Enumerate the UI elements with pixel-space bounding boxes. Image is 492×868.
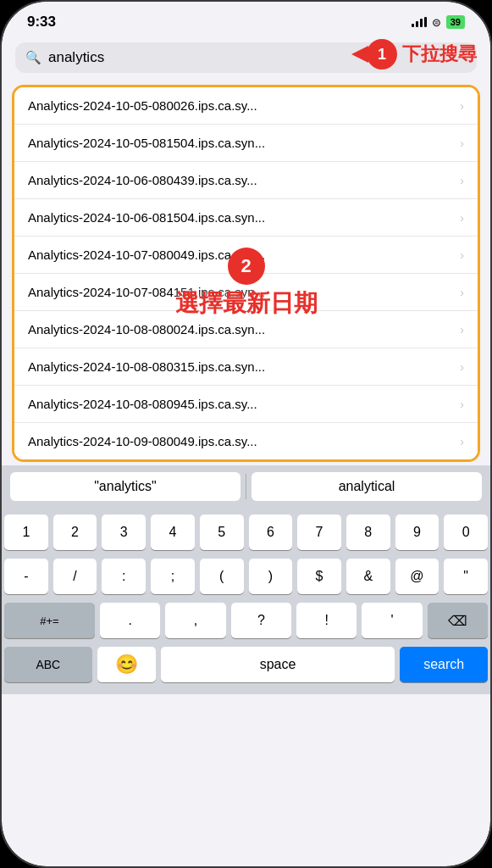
arrow-left-icon (351, 46, 368, 63)
search-icon: 🔍 (25, 50, 41, 65)
key-close-paren[interactable]: ) (249, 559, 293, 594)
list-item[interactable]: Analytics-2024-10-07-084151.ips.ca.syn..… (14, 274, 478, 311)
result-text: Analytics-2024-10-08-080945.ips.ca.sy... (28, 397, 453, 411)
key-ampersand[interactable]: & (346, 559, 390, 594)
key-3[interactable]: 3 (102, 515, 146, 550)
result-text: Analytics-2024-10-07-080049.ips.ca.syn..… (28, 248, 453, 262)
results-list: 2 選擇最新日期 Analytics-2024-10-05-080026.ips… (12, 85, 480, 462)
result-text: Analytics-2024-10-05-080026.ips.ca.sy... (28, 98, 453, 113)
result-text: Analytics-2024-10-09-080049.ips.ca.sy... (28, 434, 453, 448)
chevron-right-icon: › (460, 360, 464, 374)
key-5[interactable]: 5 (200, 515, 244, 550)
chevron-right-icon: › (460, 248, 464, 262)
list-item[interactable]: Analytics-2024-10-05-081504.ips.ca.syn..… (14, 125, 478, 162)
key-1[interactable]: 1 (4, 515, 48, 550)
key-comma[interactable]: , (165, 603, 225, 638)
keyboard-symbols-row-2: #+= . , ? ! ' ⌫ (4, 603, 488, 638)
status-icons: ⊜ 39 (412, 15, 465, 29)
key-0[interactable]: 0 (444, 515, 488, 550)
key-semicolon[interactable]: ; (151, 559, 195, 594)
result-text: Analytics-2024-10-08-080024.ips.ca.syn..… (28, 322, 453, 337)
key-abc[interactable]: ABC (4, 647, 92, 682)
key-8[interactable]: 8 (346, 515, 390, 550)
key-4[interactable]: 4 (151, 515, 195, 550)
key-apostrophe[interactable]: ' (362, 603, 422, 638)
key-at[interactable]: @ (395, 559, 439, 594)
list-item[interactable]: Analytics-2024-10-08-080945.ips.ca.sy...… (14, 386, 478, 423)
phone-screen: 9:33 ⊜ 39 🔍 analytics (2, 2, 490, 866)
key-dollar[interactable]: $ (297, 559, 341, 594)
key-9[interactable]: 9 (395, 515, 439, 550)
key-hashplus[interactable]: #+= (4, 603, 95, 638)
chevron-right-icon: › (460, 136, 464, 150)
delete-key[interactable]: ⌫ (428, 603, 488, 638)
result-text: Analytics-2024-10-05-081504.ips.ca.syn..… (28, 136, 453, 150)
chevron-right-icon: › (460, 99, 464, 113)
keyboard-numbers-row: 1 2 3 4 5 6 7 8 9 0 (4, 515, 488, 550)
key-question[interactable]: ? (231, 603, 291, 638)
status-time: 9:33 (27, 14, 56, 31)
suggestion-analytics-quoted[interactable]: "analytics" (10, 472, 240, 501)
result-text: Analytics-2024-10-07-084151.ips.ca.syn..… (28, 285, 453, 299)
key-7[interactable]: 7 (297, 515, 341, 550)
key-6[interactable]: 6 (249, 515, 293, 550)
list-item[interactable]: Analytics-2024-10-07-080049.ips.ca.syn..… (14, 236, 478, 274)
battery-icon: 39 (446, 15, 465, 29)
keyboard-suggestions: "analytics" analytical (2, 465, 490, 508)
key-quote[interactable]: " (444, 559, 488, 594)
result-text: Analytics-2024-10-08-080315.ips.ca.syn..… (28, 359, 453, 374)
key-search[interactable]: search (400, 647, 488, 682)
list-item[interactable]: Analytics-2024-10-09-080049.ips.ca.sy...… (14, 423, 478, 459)
chevron-right-icon: › (460, 174, 464, 187)
chevron-right-icon: › (460, 211, 464, 225)
wifi-icon: ⊜ (432, 16, 441, 29)
key-space[interactable]: space (161, 647, 395, 682)
keyboard-bottom-row: ABC 😊 space search (4, 647, 488, 682)
chevron-right-icon: › (460, 435, 464, 448)
status-bar: 9:33 ⊜ 39 (2, 2, 490, 36)
key-emoji[interactable]: 😊 (97, 647, 156, 682)
list-item[interactable]: Analytics-2024-10-06-080439.ips.ca.sy...… (14, 162, 478, 199)
result-text: Analytics-2024-10-06-081504.ips.ca.syn..… (28, 210, 453, 225)
list-item[interactable]: Analytics-2024-10-06-081504.ips.ca.syn..… (14, 199, 478, 236)
suggestion-analytical[interactable]: analytical (252, 472, 482, 501)
annotation-1: 1 下拉搜尋 (351, 39, 477, 70)
list-item[interactable]: Analytics-2024-10-05-080026.ips.ca.sy...… (14, 87, 478, 125)
signal-icon (412, 17, 427, 27)
key-exclaim[interactable]: ! (296, 603, 357, 638)
key-open-paren[interactable]: ( (200, 559, 244, 594)
chevron-right-icon: › (460, 286, 464, 299)
result-text: Analytics-2024-10-06-080439.ips.ca.sy... (28, 173, 453, 187)
list-item[interactable]: Analytics-2024-10-08-080024.ips.ca.syn..… (14, 311, 478, 348)
suggestion-divider (246, 474, 246, 499)
list-item[interactable]: Analytics-2024-10-08-080315.ips.ca.syn..… (14, 348, 478, 386)
chevron-right-icon: › (460, 323, 464, 337)
keyboard-symbols-row-1: - / : ; ( ) $ & @ " (4, 559, 488, 594)
keyboard: 1 2 3 4 5 6 7 8 9 0 - / : ; ( ) $ & (2, 508, 490, 694)
key-slash[interactable]: / (53, 559, 97, 594)
key-period[interactable]: . (100, 603, 160, 638)
key-dash[interactable]: - (4, 559, 48, 594)
annotation-badge-1: 1 (367, 39, 397, 70)
search-area: 🔍 analytics 1 下拉搜尋 (2, 36, 490, 81)
key-colon[interactable]: : (102, 559, 146, 594)
annotation-label-1: 下拉搜尋 (402, 42, 477, 67)
key-2[interactable]: 2 (53, 515, 97, 550)
phone-frame: 9:33 ⊜ 39 🔍 analytics (0, 0, 492, 868)
chevron-right-icon: › (460, 398, 464, 411)
